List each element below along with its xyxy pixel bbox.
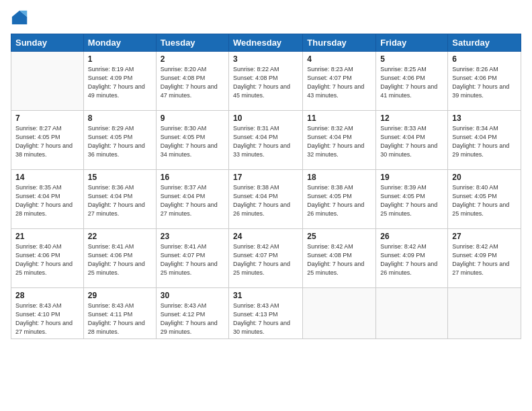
sunset-text: Sunset: 4:06 PM xyxy=(88,251,152,260)
daylight-text: Daylight: 7 hours and 30 minutes. xyxy=(233,319,298,336)
calendar-day-cell: 23Sunrise: 8:41 AMSunset: 4:07 PMDayligh… xyxy=(156,229,228,288)
calendar-day-cell: 11Sunrise: 8:32 AMSunset: 4:04 PMDayligh… xyxy=(303,111,376,170)
sunrise-text: Sunrise: 8:42 AM xyxy=(380,242,443,251)
sunrise-text: Sunrise: 8:43 AM xyxy=(233,302,298,310)
sunrise-text: Sunrise: 8:36 AM xyxy=(88,183,152,192)
day-number: 14 xyxy=(15,173,79,182)
sunset-text: Sunset: 4:08 PM xyxy=(307,251,371,260)
day-info: Sunrise: 8:22 AMSunset: 4:08 PMDaylight:… xyxy=(233,65,298,99)
logo xyxy=(11,8,32,27)
daylight-text: Daylight: 7 hours and 26 minutes. xyxy=(380,260,443,277)
sunrise-text: Sunrise: 8:30 AM xyxy=(161,124,224,133)
sunrise-text: Sunrise: 8:42 AM xyxy=(233,242,298,251)
calendar-day-cell: 24Sunrise: 8:42 AMSunset: 4:07 PMDayligh… xyxy=(229,229,303,288)
sunrise-text: Sunrise: 8:19 AM xyxy=(88,65,152,74)
sunset-text: Sunset: 4:12 PM xyxy=(161,310,224,319)
calendar-day-cell: 30Sunrise: 8:43 AMSunset: 4:12 PMDayligh… xyxy=(156,288,228,339)
daylight-text: Daylight: 7 hours and 49 minutes. xyxy=(88,83,152,99)
weekday-header: Saturday xyxy=(448,34,521,52)
calendar-header-row: SundayMondayTuesdayWednesdayThursdayFrid… xyxy=(11,34,521,52)
day-info: Sunrise: 8:33 AMSunset: 4:04 PMDaylight:… xyxy=(380,124,443,158)
day-info: Sunrise: 8:41 AMSunset: 4:07 PMDaylight:… xyxy=(161,242,224,277)
sunset-text: Sunset: 4:13 PM xyxy=(233,310,298,319)
sunrise-text: Sunrise: 8:31 AM xyxy=(233,124,298,133)
calendar-day-cell: 13Sunrise: 8:34 AMSunset: 4:04 PMDayligh… xyxy=(448,111,521,170)
day-number: 26 xyxy=(380,232,443,241)
sunset-text: Sunset: 4:05 PM xyxy=(88,133,152,142)
daylight-text: Daylight: 7 hours and 27 minutes. xyxy=(452,260,517,277)
sunset-text: Sunset: 4:11 PM xyxy=(88,310,152,319)
sunrise-text: Sunrise: 8:25 AM xyxy=(380,65,443,74)
calendar-day-cell xyxy=(303,288,376,339)
daylight-text: Daylight: 7 hours and 43 minutes. xyxy=(307,83,371,99)
day-number: 9 xyxy=(161,113,224,123)
daylight-text: Daylight: 7 hours and 47 minutes. xyxy=(161,83,224,99)
daylight-text: Daylight: 7 hours and 25 minutes. xyxy=(452,201,517,218)
calendar-day-cell: 2Sunrise: 8:20 AMSunset: 4:08 PMDaylight… xyxy=(156,52,228,111)
calendar-day-cell: 10Sunrise: 8:31 AMSunset: 4:04 PMDayligh… xyxy=(229,111,303,170)
day-number: 1 xyxy=(88,54,152,64)
day-info: Sunrise: 8:40 AMSunset: 4:05 PMDaylight:… xyxy=(452,183,517,218)
calendar-day-cell: 19Sunrise: 8:39 AMSunset: 4:05 PMDayligh… xyxy=(376,170,448,229)
sunset-text: Sunset: 4:07 PM xyxy=(233,251,298,260)
day-number: 13 xyxy=(452,113,517,123)
day-number: 19 xyxy=(380,173,443,182)
day-number: 18 xyxy=(307,173,371,182)
sunrise-text: Sunrise: 8:20 AM xyxy=(161,65,224,74)
sunset-text: Sunset: 4:09 PM xyxy=(380,251,443,260)
calendar-day-cell xyxy=(11,52,84,111)
daylight-text: Daylight: 7 hours and 26 minutes. xyxy=(233,201,298,218)
calendar-day-cell: 7Sunrise: 8:27 AMSunset: 4:05 PMDaylight… xyxy=(11,111,84,170)
daylight-text: Daylight: 7 hours and 30 minutes. xyxy=(380,142,443,158)
day-info: Sunrise: 8:29 AMSunset: 4:05 PMDaylight:… xyxy=(88,124,152,158)
calendar-week-row: 28Sunrise: 8:43 AMSunset: 4:10 PMDayligh… xyxy=(11,288,521,339)
calendar-day-cell: 12Sunrise: 8:33 AMSunset: 4:04 PMDayligh… xyxy=(376,111,448,170)
weekday-header: Wednesday xyxy=(229,34,303,52)
calendar-day-cell: 18Sunrise: 8:38 AMSunset: 4:05 PMDayligh… xyxy=(303,170,376,229)
day-number: 31 xyxy=(233,291,298,300)
sunrise-text: Sunrise: 8:43 AM xyxy=(88,302,152,310)
sunrise-text: Sunrise: 8:39 AM xyxy=(380,183,443,192)
calendar-day-cell: 5Sunrise: 8:25 AMSunset: 4:06 PMDaylight… xyxy=(376,52,448,111)
day-number: 10 xyxy=(233,113,298,123)
day-info: Sunrise: 8:27 AMSunset: 4:05 PMDaylight:… xyxy=(15,124,79,158)
daylight-text: Daylight: 7 hours and 38 minutes. xyxy=(15,142,79,158)
sunset-text: Sunset: 4:09 PM xyxy=(452,251,517,260)
day-info: Sunrise: 8:19 AMSunset: 4:09 PMDaylight:… xyxy=(88,65,152,99)
day-number: 16 xyxy=(161,173,224,182)
daylight-text: Daylight: 7 hours and 27 minutes. xyxy=(88,201,152,218)
sunrise-text: Sunrise: 8:38 AM xyxy=(233,183,298,192)
weekday-header: Friday xyxy=(376,34,448,52)
calendar-day-cell: 31Sunrise: 8:43 AMSunset: 4:13 PMDayligh… xyxy=(229,288,303,339)
sunset-text: Sunset: 4:05 PM xyxy=(380,192,443,201)
day-number: 8 xyxy=(88,113,152,123)
sunset-text: Sunset: 4:04 PM xyxy=(233,192,298,201)
daylight-text: Daylight: 7 hours and 33 minutes. xyxy=(233,142,298,158)
calendar-day-cell: 17Sunrise: 8:38 AMSunset: 4:04 PMDayligh… xyxy=(229,170,303,229)
daylight-text: Daylight: 7 hours and 39 minutes. xyxy=(452,83,517,99)
sunrise-text: Sunrise: 8:37 AM xyxy=(161,183,224,192)
day-info: Sunrise: 8:42 AMSunset: 4:08 PMDaylight:… xyxy=(307,242,371,277)
sunrise-text: Sunrise: 8:43 AM xyxy=(161,302,224,310)
sunrise-text: Sunrise: 8:40 AM xyxy=(452,183,517,192)
calendar-week-row: 7Sunrise: 8:27 AMSunset: 4:05 PMDaylight… xyxy=(11,111,521,170)
sunset-text: Sunset: 4:04 PM xyxy=(307,133,371,142)
calendar-day-cell: 6Sunrise: 8:26 AMSunset: 4:06 PMDaylight… xyxy=(448,52,521,111)
day-info: Sunrise: 8:38 AMSunset: 4:04 PMDaylight:… xyxy=(233,183,298,218)
day-number: 28 xyxy=(15,291,79,300)
daylight-text: Daylight: 7 hours and 25 minutes. xyxy=(380,201,443,218)
day-info: Sunrise: 8:37 AMSunset: 4:04 PMDaylight:… xyxy=(161,183,224,218)
day-number: 21 xyxy=(15,232,79,241)
sunset-text: Sunset: 4:05 PM xyxy=(452,192,517,201)
daylight-text: Daylight: 7 hours and 41 minutes. xyxy=(380,83,443,99)
day-info: Sunrise: 8:25 AMSunset: 4:06 PMDaylight:… xyxy=(380,65,443,99)
day-info: Sunrise: 8:42 AMSunset: 4:07 PMDaylight:… xyxy=(233,242,298,277)
sunset-text: Sunset: 4:04 PM xyxy=(452,133,517,142)
weekday-header: Sunday xyxy=(11,34,84,52)
sunset-text: Sunset: 4:06 PM xyxy=(15,251,79,260)
daylight-text: Daylight: 7 hours and 29 minutes. xyxy=(452,142,517,158)
calendar-day-cell: 25Sunrise: 8:42 AMSunset: 4:08 PMDayligh… xyxy=(303,229,376,288)
calendar-day-cell: 21Sunrise: 8:40 AMSunset: 4:06 PMDayligh… xyxy=(11,229,84,288)
day-number: 30 xyxy=(161,291,224,300)
sunrise-text: Sunrise: 8:43 AM xyxy=(15,302,79,310)
